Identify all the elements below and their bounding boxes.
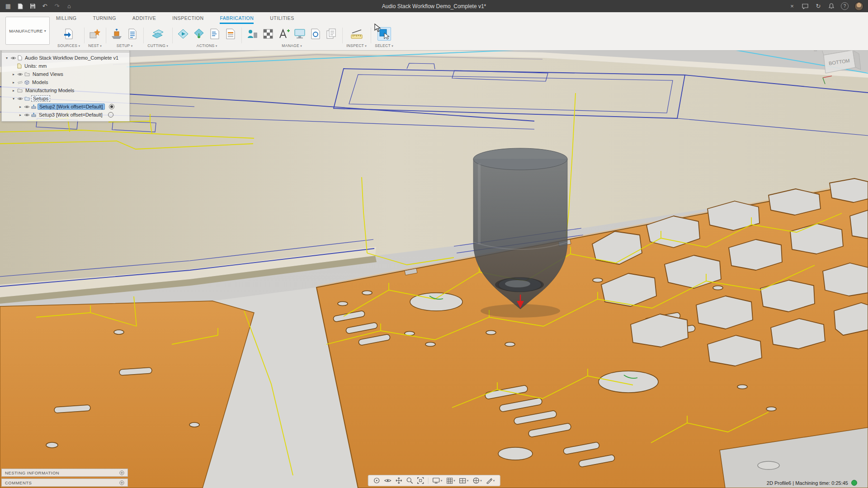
material-library-icon[interactable]	[261, 27, 275, 41]
comments-bar[interactable]: COMMENTS	[1, 479, 128, 487]
post-process-icon[interactable]	[192, 27, 206, 41]
expand-arrow-icon[interactable]	[18, 105, 23, 109]
expand-panel-icon[interactable]	[119, 470, 124, 475]
chat-icon[interactable]	[802, 3, 809, 10]
expand-panel-icon[interactable]	[119, 480, 124, 485]
job-status-icon[interactable]	[851, 480, 857, 486]
templates-icon[interactable]	[277, 27, 291, 41]
look-at-icon[interactable]	[384, 478, 392, 483]
duplicate-icon[interactable]	[325, 27, 338, 41]
navigation-wheel-icon[interactable]: ▾	[472, 477, 482, 484]
visibility-eye-icon[interactable]	[17, 72, 23, 76]
redo-icon[interactable]: ↷	[53, 3, 61, 10]
expand-arrow-icon[interactable]	[18, 113, 23, 117]
user-avatar[interactable]	[854, 2, 863, 11]
tab-utilities[interactable]: UTILITIES	[270, 12, 294, 24]
visibility-eye-icon[interactable]	[17, 97, 23, 101]
document-icon	[18, 55, 22, 61]
models-label[interactable]: Models	[31, 80, 49, 85]
setup-sheet-icon[interactable]	[126, 27, 139, 41]
tab-inspection[interactable]: INSPECTION	[172, 12, 203, 24]
expand-arrow-icon[interactable]	[11, 72, 16, 76]
expand-arrow-icon[interactable]	[11, 80, 16, 84]
visibility-eye-icon[interactable]	[10, 56, 16, 60]
group-label-nest[interactable]: NEST	[88, 43, 102, 48]
group-label-select[interactable]: SELECT	[375, 43, 393, 48]
browser-row-units[interactable]: Units: mm	[2, 62, 129, 70]
browser-row-setups[interactable]: Setups	[2, 94, 129, 103]
setup-sheet-report-icon[interactable]	[224, 27, 237, 41]
document-title: Audio Stack Workflow Demo_Complete v1*	[382, 3, 486, 9]
tool-library-icon[interactable]	[245, 27, 259, 41]
root-node-label[interactable]: Audio Stack Workflow Demo_Complete v1	[24, 55, 120, 61]
gcode-editor-icon[interactable]	[208, 27, 222, 41]
setup2-label[interactable]: Setup2 [Work offset=Default]	[38, 103, 105, 110]
expand-arrow-icon[interactable]	[5, 56, 9, 60]
nest-icon[interactable]	[88, 27, 102, 41]
tab-fabrication[interactable]: FABRICATION	[220, 12, 254, 24]
axis-y	[823, 78, 825, 84]
expand-arrow-icon[interactable]	[11, 97, 16, 101]
pan-icon[interactable]	[396, 477, 402, 484]
workspace-selector[interactable]: MANUFACTURE	[5, 17, 50, 45]
orbit-icon[interactable]	[373, 477, 380, 484]
group-label-setup[interactable]: SETUP	[117, 43, 133, 48]
setup3-label[interactable]: Setup3 [Work offset=Default]	[38, 112, 104, 117]
browser-row-document-root[interactable]: Audio Stack Workflow Demo_Complete v1	[2, 54, 129, 62]
active-setup-radio[interactable]	[109, 104, 114, 109]
viewport-3d-scene[interactable]	[0, 0, 868, 488]
units-label[interactable]: Units: mm	[23, 63, 48, 69]
notification-bell-icon[interactable]	[828, 3, 835, 10]
zoom-icon[interactable]	[406, 477, 413, 484]
app-grid-icon[interactable]: ▦	[5, 3, 12, 10]
display-settings-icon[interactable]: ▾	[433, 478, 443, 483]
browser-row-named-views[interactable]: Named Views	[2, 70, 129, 78]
markup-icon[interactable]: ▾	[486, 478, 495, 484]
group-label-sources[interactable]: SOURCES	[57, 43, 80, 48]
close-icon[interactable]: ×	[788, 3, 796, 10]
visibility-eye-icon[interactable]	[24, 105, 30, 109]
cutting-2d-profile-icon[interactable]	[151, 27, 165, 41]
select-tool-icon[interactable]	[377, 27, 391, 41]
post-library-icon[interactable]	[309, 27, 322, 41]
named-views-label[interactable]: Named Views	[31, 71, 65, 77]
inactive-setup-radio[interactable]	[108, 112, 113, 117]
title-bar: ▦ ↶ ↷ ⌂ Audio Stack Workflow Demo_Comple…	[0, 0, 868, 12]
help-icon[interactable]: ?	[841, 2, 849, 10]
browser-row-setup2[interactable]: Setup2 [Work offset=Default]	[2, 103, 129, 111]
viewports-icon[interactable]: ▾	[459, 478, 469, 483]
group-sources: SOURCES	[53, 25, 84, 48]
new-file-icon[interactable]	[17, 3, 24, 10]
group-label-cutting[interactable]: CUTTING	[147, 43, 168, 48]
import-source-icon[interactable]	[62, 27, 75, 41]
nesting-information-bar[interactable]: NESTING INFORMATION	[1, 469, 128, 477]
simulate-icon[interactable]	[176, 27, 190, 41]
home-icon[interactable]: ⌂	[66, 3, 73, 10]
group-label-manage[interactable]: MANAGE	[282, 43, 302, 48]
machine-library-icon[interactable]	[293, 27, 307, 41]
tab-turning[interactable]: TURNING	[93, 12, 116, 24]
tab-milling[interactable]: MILLING	[56, 12, 77, 24]
new-setup-icon[interactable]	[110, 27, 123, 41]
tab-additive[interactable]: ADDITIVE	[132, 12, 156, 24]
save-icon[interactable]	[29, 3, 36, 10]
browser-row-models[interactable]: Models	[2, 78, 129, 86]
visibility-eye-icon[interactable]	[24, 113, 30, 117]
units-icon	[17, 63, 22, 69]
folder-icon	[24, 72, 30, 76]
grid-icon[interactable]: ▾	[446, 478, 455, 484]
group-label-inspect[interactable]: INSPECT	[346, 43, 367, 48]
expand-arrow-icon[interactable]	[11, 89, 16, 93]
view-cube[interactable]: BOTTOM	[818, 44, 865, 89]
setups-label[interactable]: Setups	[31, 95, 50, 102]
visibility-eye-off-icon[interactable]	[17, 80, 23, 84]
fit-icon[interactable]	[417, 477, 424, 484]
measure-icon[interactable]	[350, 27, 363, 41]
group-label-actions[interactable]: ACTIONS	[197, 43, 217, 48]
browser-row-setup3[interactable]: Setup3 [Work offset=Default]	[2, 111, 129, 119]
undo-icon[interactable]: ↶	[41, 3, 48, 10]
history-icon[interactable]: ↻	[815, 3, 822, 10]
browser-row-manufacturing-models[interactable]: Manufacturing Models	[2, 86, 129, 94]
manufacturing-models-label[interactable]: Manufacturing Models	[24, 88, 75, 93]
group-setup: SETUP	[106, 25, 143, 48]
